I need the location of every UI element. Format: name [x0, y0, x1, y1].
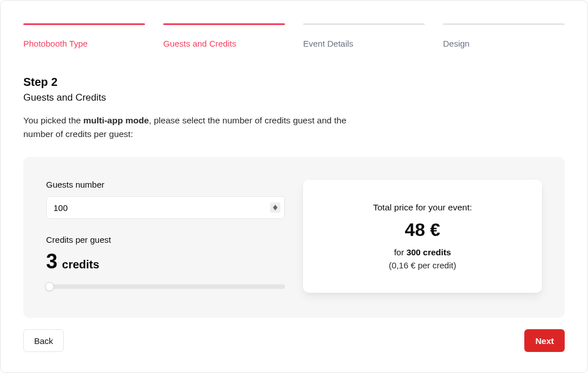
step-bar [443, 23, 565, 25]
stepper-icon[interactable] [270, 202, 280, 213]
settings-panel: Guests number Credits per guest 3 credit… [23, 157, 565, 318]
price-card: Total price for your event: 48 € for 300… [303, 180, 542, 293]
step-label: Event Details [303, 39, 425, 48]
slider-thumb[interactable] [45, 282, 54, 291]
price-summary: Total price for your event: 48 € for 300… [303, 180, 542, 293]
step-design[interactable]: Design [443, 23, 565, 48]
step-photobooth-type[interactable]: Photobooth Type [23, 23, 145, 48]
step-bar [23, 23, 145, 25]
wizard-footer: Back Next [23, 329, 565, 352]
credits-value-row: 3 credits [46, 251, 285, 272]
step-event-details[interactable]: Event Details [303, 23, 425, 48]
step-bar [303, 23, 425, 25]
step-name: Guests and Credits [23, 92, 565, 103]
price-credits-text: 300 credits [407, 247, 451, 257]
step-bar [163, 23, 285, 25]
step-label: Design [443, 39, 565, 48]
credits-per-guest-label: Credits per guest [46, 235, 285, 244]
stepper: Photobooth Type Guests and Credits Event… [23, 23, 565, 48]
price-amount: 48 € [321, 219, 524, 241]
credits-slider[interactable] [46, 282, 285, 291]
settings-left: Guests number Credits per guest 3 credit… [46, 180, 285, 291]
step-description: You picked the multi-app mode, please se… [23, 114, 376, 141]
step-label: Guests and Credits [163, 39, 285, 48]
desc-prefix: You picked the [23, 115, 83, 125]
price-per-credit: (0,16 € per credit) [321, 260, 524, 270]
step-label: Photobooth Type [23, 39, 145, 48]
credits-unit: credits [62, 258, 100, 271]
credits-value: 3 [46, 251, 57, 272]
price-for-text: for [394, 247, 407, 257]
guests-number-field [46, 196, 285, 219]
step-number: Step 2 [23, 76, 565, 89]
guests-number-input[interactable] [46, 196, 285, 219]
desc-mode: multi-app mode [83, 115, 148, 125]
price-credits-line: for 300 credits [321, 247, 524, 257]
guests-number-label: Guests number [46, 180, 285, 189]
price-title: Total price for your event: [321, 202, 524, 213]
slider-track [46, 284, 285, 289]
step-guests-and-credits[interactable]: Guests and Credits [163, 23, 285, 48]
back-button[interactable]: Back [23, 329, 64, 352]
wizard-card: Photobooth Type Guests and Credits Event… [0, 0, 588, 373]
next-button[interactable]: Next [524, 329, 565, 352]
